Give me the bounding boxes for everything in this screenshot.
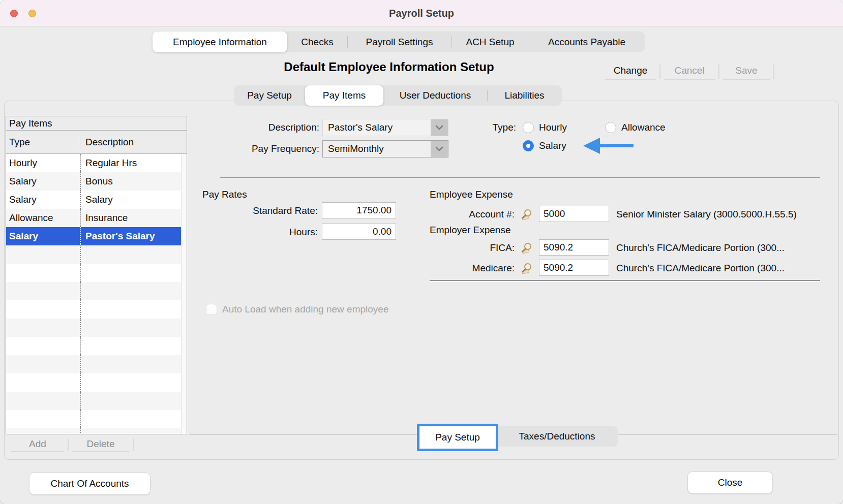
window-title: Payroll Setup (0, 0, 843, 26)
tab-ach-setup[interactable]: ACH Setup (451, 32, 529, 52)
table-row-empty[interactable] (6, 300, 181, 319)
header-actions: Change Cancel Save (605, 61, 778, 80)
column-header-type: Type (6, 137, 80, 148)
table-row-empty[interactable] (6, 392, 181, 410)
fica-lookup-icon[interactable] (520, 242, 534, 254)
auto-load-checkbox[interactable] (206, 304, 217, 315)
change-button[interactable]: Change (605, 61, 656, 80)
standard-rate-input[interactable] (322, 202, 396, 218)
radio-hourly[interactable] (523, 122, 534, 133)
tab-employee-information[interactable]: Employee Information (153, 32, 287, 52)
table-row-empty[interactable] (6, 282, 181, 300)
tab-payroll-settings[interactable]: Payroll Settings (347, 32, 451, 52)
table-row[interactable]: SalaryBonus (6, 172, 181, 191)
pay-frequency-value: SemiMonthly (328, 141, 384, 157)
tab-pay-setup-highlighted[interactable]: Pay Setup (417, 424, 498, 451)
employer-expense-title: Employer Expense (430, 225, 510, 236)
description-dropdown-button[interactable] (431, 119, 448, 136)
employee-expense-title: Employee Expense (430, 189, 513, 200)
medicare-account-input[interactable] (539, 260, 609, 276)
table-row-empty[interactable] (6, 355, 181, 373)
tab-taxes-deductions[interactable]: Taxes/Deductions (496, 426, 618, 447)
page-title: Default Employee Information Setup (153, 60, 625, 78)
annotation-arrow-line (600, 144, 634, 147)
table-buttons: Add Delete (11, 437, 137, 452)
pay-frequency-label: Pay Frequency: (203, 140, 319, 158)
fica-description: Church's FICA/Medicare Portion (300... (616, 239, 840, 257)
radio-hourly-label: Hourly (539, 119, 567, 136)
table-row-empty[interactable] (6, 337, 181, 355)
account-number-label: Account #: (438, 206, 515, 223)
fica-account-input[interactable] (539, 239, 609, 256)
tab-checks[interactable]: Checks (287, 32, 347, 52)
table-row-empty[interactable] (6, 264, 181, 282)
medicare-description: Church's FICA/Medicare Portion (300... (616, 260, 840, 277)
column-header-description: Description (80, 137, 187, 148)
add-button[interactable]: Add (11, 437, 64, 452)
fica-label: FICA: (438, 239, 515, 257)
tab-pay-items[interactable]: Pay Items (305, 85, 383, 106)
medicare-label: Medicare: (438, 260, 515, 277)
table-row[interactable]: SalarySalary (6, 191, 181, 209)
radio-allowance[interactable] (605, 122, 616, 133)
description-value: Pastor's Salary (328, 119, 393, 136)
chart-of-accounts-button[interactable]: Chart Of Accounts (29, 472, 150, 495)
section-divider-top (220, 177, 820, 178)
pay-items-title: Pay Items (6, 116, 187, 131)
sub-tabbar: Pay SetupPay ItemsUser DeductionsLiabili… (234, 85, 562, 106)
table-row-empty[interactable] (6, 428, 181, 434)
pay-frequency-dropdown[interactable]: SemiMonthly (322, 140, 448, 158)
table-row[interactable]: HourlyRegular Hrs (6, 154, 181, 172)
save-button[interactable]: Save (723, 61, 770, 80)
cancel-button[interactable]: Cancel (664, 61, 715, 80)
payroll-setup-window: Payroll Setup Employee InformationChecks… (0, 0, 843, 504)
radio-salary[interactable] (523, 140, 534, 151)
table-row-empty[interactable] (6, 410, 181, 428)
account-description: Senior Minister Salary (3000.5000.H.55.5… (616, 206, 840, 223)
auto-load-label: Auto Load when adding new employee (222, 301, 388, 318)
hours-label: Hours: (216, 224, 318, 241)
table-row-empty[interactable] (6, 319, 181, 337)
main-tabbar: Employee InformationChecksPayroll Settin… (153, 32, 645, 52)
table-row-empty[interactable] (6, 373, 181, 392)
section-divider-bottom (430, 280, 820, 281)
tab-accounts-payable[interactable]: Accounts Payable (529, 32, 645, 52)
table-row[interactable]: AllowanceInsurance (6, 209, 181, 227)
type-label: Type: (465, 119, 516, 136)
close-button[interactable]: Close (687, 471, 773, 494)
radio-salary-label: Salary (539, 137, 566, 154)
hours-input[interactable] (322, 224, 396, 240)
table-row-empty[interactable] (6, 245, 181, 264)
standard-rate-label: Standard Rate: (216, 202, 318, 219)
account-lookup-icon[interactable] (520, 208, 534, 220)
titlebar: Payroll Setup (0, 0, 843, 26)
table-scrollbar[interactable] (181, 154, 187, 434)
chevron-down-icon (435, 146, 443, 151)
pay-items-header: Type Description (6, 131, 187, 154)
pay-rates-title: Pay Rates (202, 189, 247, 200)
tab-pay-setup[interactable]: Pay Setup (234, 85, 305, 106)
pay-frequency-dropdown-button[interactable] (431, 141, 448, 157)
delete-button[interactable]: Delete (72, 437, 129, 452)
description-dropdown[interactable]: Pastor's Salary (322, 119, 448, 136)
tab-liabilities[interactable]: Liabilities (487, 85, 562, 106)
account-number-input[interactable] (539, 206, 609, 222)
pay-items-body: HourlyRegular HrsSalaryBonusSalarySalary… (6, 154, 187, 434)
description-label: Description: (214, 119, 319, 136)
medicare-lookup-icon[interactable] (520, 262, 534, 274)
pay-items-table: Pay Items Type Description HourlyRegular… (6, 116, 187, 434)
radio-allowance-label: Allowance (621, 119, 666, 136)
annotation-arrow-icon (583, 138, 600, 154)
tab-user-deductions[interactable]: User Deductions (383, 85, 487, 106)
chevron-down-icon (435, 125, 443, 130)
table-row[interactable]: SalaryPastor's Salary (6, 227, 181, 245)
